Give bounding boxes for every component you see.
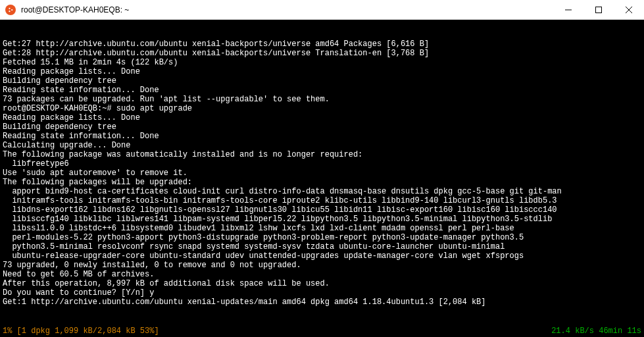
svg-point-2 — [9, 11, 10, 12]
terminal-line: apport bind9-host ca-certificates cloud-… — [3, 187, 641, 196]
terminal-line: libssl1.0.0 libstdc++6 libsystemd0 libud… — [3, 224, 641, 233]
minimize-button[interactable] — [553, 0, 583, 19]
terminal-view[interactable]: Get:27 http://archive.ubuntu.com/ubuntu … — [0, 20, 644, 337]
terminal-line: Reading package lists... Done — [3, 113, 641, 122]
terminal-line: initramfs-tools initramfs-tools-bin init… — [3, 196, 641, 205]
svg-point-1 — [9, 7, 10, 9]
terminal-line: libdns-export162 libdns162 libgnutls-ope… — [3, 205, 641, 215]
terminal-line: Get:1 http://archive.ubuntu.com/ubuntu x… — [3, 298, 641, 307]
terminal-line: libisccfg140 libklibc liblwres141 libpam… — [3, 215, 641, 224]
window-controls — [553, 0, 644, 19]
terminal-line: Reading package lists... Done — [3, 67, 641, 76]
window-titlebar: root@DESKTOP-KAH0EQB: ~ — [0, 0, 644, 20]
terminal-line: The following packages will be upgraded: — [3, 178, 641, 187]
terminal-line: Fetched 15.1 MB in 2min 4s (122 kB/s) — [3, 58, 641, 67]
terminal-line: ubuntu-release-upgrader-core ubuntu-stan… — [3, 251, 641, 261]
terminal-line: After this operation, 8,997 kB of additi… — [3, 279, 641, 288]
terminal-line: 73 packages can be upgraded. Run 'apt li… — [3, 95, 641, 104]
terminal-line: Reading state information... Done — [3, 132, 641, 141]
apt-progress-bar: 1% [1 dpkg 1,099 kB/2,084 kB 53%] 21.4 k… — [0, 326, 644, 336]
progress-left: 1% [1 dpkg 1,099 kB/2,084 kB 53%] — [3, 326, 159, 336]
terminal-line: Use 'sudo apt autoremove' to remove it. — [3, 168, 641, 178]
svg-point-0 — [11, 9, 12, 10]
maximize-button[interactable] — [583, 0, 614, 19]
svg-rect-4 — [596, 7, 602, 13]
terminal-line: Need to get 60.5 MB of archives. — [3, 270, 641, 279]
terminal-line: The following package was automatically … — [3, 150, 641, 159]
terminal-line: Reading state information... Done — [3, 86, 641, 95]
terminal-line: Get:28 http://archive.ubuntu.com/ubuntu … — [3, 49, 641, 58]
terminal-line: Building dependency tree — [3, 76, 641, 86]
terminal-line: perl-modules-5.22 python3-apport python3… — [3, 233, 641, 242]
progress-right: 21.4 kB/s 46min 11s — [551, 326, 641, 336]
terminal-line: libfreetype6 — [3, 159, 641, 168]
terminal-line: python3.5-minimal resolvconf rsync snapd… — [3, 242, 641, 251]
terminal-line: root@DESKTOP-KAH0EQB:~# sudo apt upgrade — [3, 104, 641, 113]
ubuntu-icon — [5, 5, 16, 15]
window-title: root@DESKTOP-KAH0EQB: ~ — [21, 5, 129, 14]
terminal-line: Get:27 http://archive.ubuntu.com/ubuntu … — [3, 39, 641, 49]
terminal-line: Calculating upgrade... Done — [3, 141, 641, 150]
close-button[interactable] — [614, 0, 644, 19]
terminal-line: 73 upgraded, 0 newly installed, 0 to rem… — [3, 261, 641, 270]
terminal-line: Do you want to continue? [Y/n] y — [3, 288, 641, 298]
terminal-line: Building dependency tree — [3, 122, 641, 132]
